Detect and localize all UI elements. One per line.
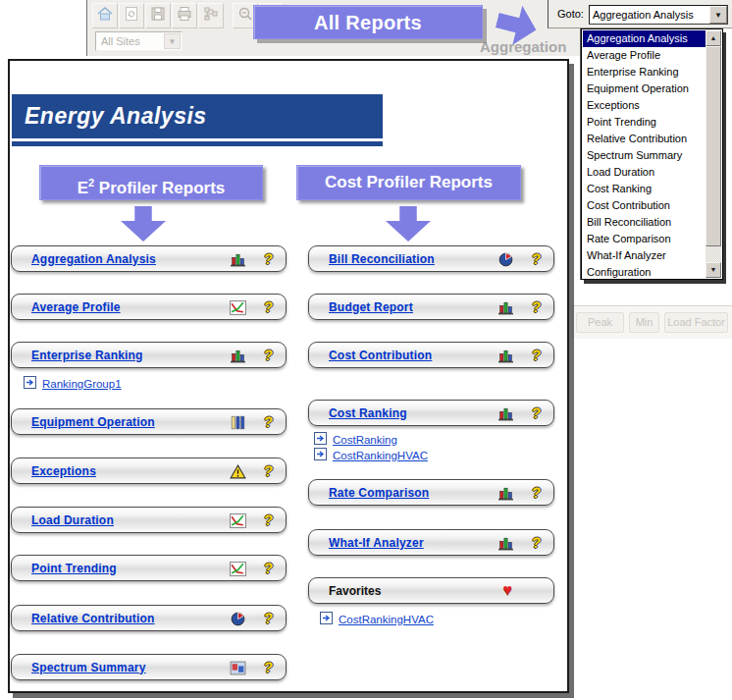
report-link[interactable]: Relative Contribution	[31, 612, 155, 625]
report-link[interactable]: Aggregation Analysis	[31, 252, 156, 266]
warning-icon	[230, 464, 246, 479]
energy-analysis-panel: Energy Analysis E2 Profiler Reports Cost…	[8, 59, 569, 693]
goto-option[interactable]: Relative Contribution	[583, 131, 706, 147]
report-budget-report[interactable]: Budget Report ?	[308, 294, 554, 320]
report-link[interactable]: Cost Ranking	[329, 406, 407, 420]
report-equipment-operation[interactable]: Equipment Operation ?	[11, 408, 287, 435]
columns-chart-icon	[230, 415, 246, 430]
report-link[interactable]: Exceptions	[31, 464, 96, 478]
sublink-favorite-costrankinghvac[interactable]: CostRankingHVAC	[320, 611, 434, 628]
site-selector[interactable]: All Sites ▼	[95, 31, 183, 51]
heart-icon: ♥	[503, 581, 513, 599]
goto-option[interactable]: Point Trending	[583, 114, 706, 131]
report-enterprise-ranking[interactable]: Enterprise Ranking ?	[11, 342, 287, 368]
bar-chart-icon	[497, 349, 514, 363]
save-icon	[149, 5, 167, 27]
chevron-down-icon: ▼	[164, 33, 181, 49]
report-relative-contribution[interactable]: Relative Contribution ?	[11, 605, 287, 631]
report-link[interactable]: Load Duration	[31, 513, 114, 527]
home-button[interactable]	[92, 3, 118, 28]
report-spectrum-summary[interactable]: Spectrum Summary ?	[11, 654, 287, 680]
report-what-if-analyzer[interactable]: What-If Analyzer ?	[308, 529, 554, 556]
help-icon[interactable]: ?	[531, 250, 542, 267]
refresh-icon	[123, 5, 140, 27]
peak-button[interactable]: Peak	[576, 312, 624, 333]
report-average-profile[interactable]: Average Profile ?	[11, 294, 287, 320]
print-button[interactable]	[172, 3, 197, 28]
e2-profiler-reports-banner: E2 Profiler Reports	[39, 165, 263, 200]
goto-option[interactable]: Cost Contribution	[583, 197, 706, 214]
line-chart-icon	[230, 562, 246, 576]
help-icon[interactable]: ?	[263, 462, 274, 479]
help-icon[interactable]: ?	[531, 298, 542, 315]
report-link[interactable]: Average Profile	[31, 300, 121, 314]
down-arrow-icon	[121, 206, 166, 242]
goto-option[interactable]: Bill Reconciliation	[583, 214, 706, 231]
report-link[interactable]: Spectrum Summary	[31, 661, 146, 674]
report-link[interactable]: Enterprise Ranking	[31, 349, 143, 362]
load-factor-button[interactable]: Load Factor	[664, 312, 728, 333]
print-icon	[176, 5, 193, 27]
report-cost-ranking[interactable]: Cost Ranking ?	[308, 400, 554, 426]
report-link[interactable]: Budget Report	[329, 300, 413, 314]
goto-option[interactable]: Average Profile	[583, 47, 706, 64]
goto-option-list: Aggregation Analysis Average Profile Ent…	[583, 30, 706, 281]
toolbar-separator	[225, 3, 232, 28]
help-icon[interactable]: ?	[531, 404, 542, 421]
help-icon[interactable]: ?	[263, 413, 274, 430]
report-aggregation-analysis[interactable]: Aggregation Analysis ?	[11, 245, 287, 272]
scroll-up-icon[interactable]: ▲	[706, 30, 721, 46]
report-link[interactable]: Point Trending	[31, 562, 117, 575]
save-button[interactable]	[145, 3, 171, 28]
goto-option[interactable]: What-If Analyzer	[583, 247, 706, 264]
help-icon[interactable]: ?	[531, 534, 542, 551]
goto-option[interactable]: Spectrum Summary	[583, 147, 706, 164]
report-link[interactable]: What-If Analyzer	[329, 536, 424, 550]
sublink-label[interactable]: CostRankingHVAC	[339, 614, 434, 625]
help-icon[interactable]: ?	[263, 347, 274, 363]
scrollbar-thumb[interactable]	[706, 46, 721, 246]
help-icon[interactable]: ?	[263, 298, 274, 315]
refresh-button[interactable]	[119, 3, 144, 28]
dropdown-scrollbar[interactable]: ▲ ▼	[706, 30, 721, 278]
goto-option[interactable]: Enterprise Ranking	[583, 64, 706, 81]
goto-option[interactable]: Load Duration	[583, 164, 706, 181]
report-bill-reconciliation[interactable]: Bill Reconciliation ?	[308, 245, 554, 272]
help-icon[interactable]: ?	[263, 610, 274, 626]
sublink-label[interactable]: CostRanking	[333, 434, 397, 446]
help-icon[interactable]: ?	[531, 484, 542, 501]
goto-option[interactable]: Rate Comparison	[583, 231, 706, 247]
favorites-section: Favorites ♥	[308, 577, 554, 604]
report-link[interactable]: Bill Reconciliation	[329, 252, 435, 266]
goto-option[interactable]: Exceptions	[583, 97, 706, 114]
sublink-label[interactable]: RankingGroup1	[42, 378, 122, 390]
goto-option[interactable]: Aggregation Analysis	[583, 30, 706, 47]
goto-option[interactable]: Equipment Operation	[583, 81, 706, 97]
help-icon[interactable]: ?	[531, 347, 542, 363]
sublink-rankinggroup1[interactable]: RankingGroup1	[24, 375, 122, 393]
bar-chart-icon	[230, 252, 246, 267]
chevron-down-icon[interactable]: ▼	[709, 6, 727, 24]
report-rate-comparison[interactable]: Rate Comparison ?	[308, 479, 554, 506]
scroll-down-icon[interactable]: ▼	[706, 262, 721, 278]
min-button[interactable]: Min	[629, 312, 659, 333]
image-icon	[230, 661, 246, 675]
sublink-costrankinghvac[interactable]: CostRankingHVAC	[314, 447, 428, 464]
report-link[interactable]: Equipment Operation	[31, 415, 155, 429]
report-point-trending[interactable]: Point Trending ?	[11, 555, 287, 581]
goto-option[interactable]: Cost Ranking	[583, 181, 706, 197]
report-exceptions[interactable]: Exceptions ?	[11, 458, 287, 484]
goto-combobox-value: Aggregation Analysis	[593, 9, 694, 21]
sublink-label[interactable]: CostRankingHVAC	[333, 450, 428, 461]
report-cost-contribution[interactable]: Cost Contribution ?	[308, 342, 554, 368]
report-link[interactable]: Rate Comparison	[329, 486, 429, 500]
report-link[interactable]: Cost Contribution	[329, 349, 432, 362]
help-icon[interactable]: ?	[263, 250, 274, 267]
help-icon[interactable]: ?	[263, 512, 274, 528]
report-load-duration[interactable]: Load Duration ?	[11, 507, 287, 533]
goto-option[interactable]: Configuration	[583, 264, 706, 281]
goto-combobox[interactable]: Aggregation Analysis ▼	[589, 5, 728, 25]
help-icon[interactable]: ?	[263, 659, 274, 675]
help-icon[interactable]: ?	[263, 560, 274, 576]
tree-view-button[interactable]	[198, 3, 224, 28]
